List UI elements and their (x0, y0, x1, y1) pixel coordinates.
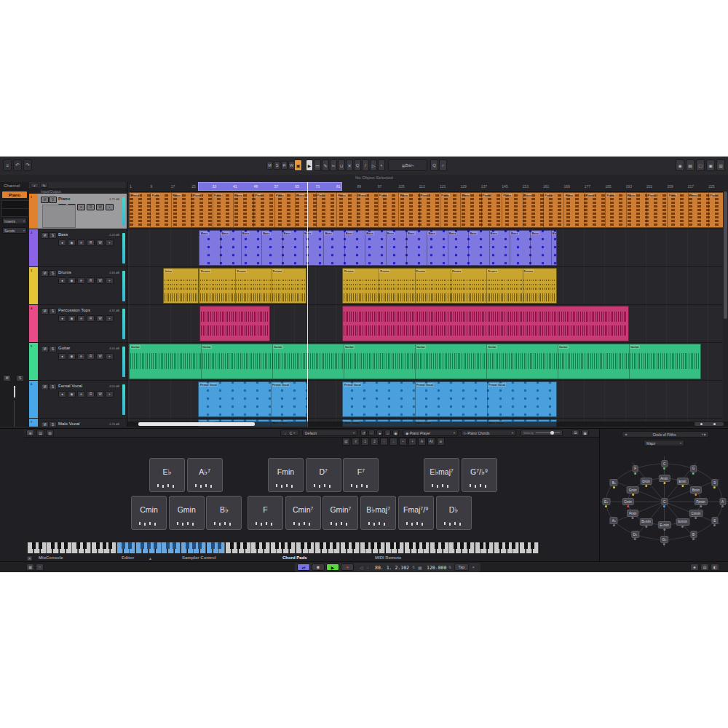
black-key[interactable] (396, 542, 400, 549)
track-button[interactable]: W (96, 240, 104, 246)
select-tool[interactable]: ▶ (306, 159, 313, 171)
black-key[interactable] (480, 542, 483, 549)
cycle-region[interactable] (198, 182, 342, 191)
player-dropdown[interactable]: ◉ Piano Player▾ (403, 430, 458, 436)
strip-solo-button[interactable]: S (16, 375, 24, 381)
black-key[interactable] (32, 542, 36, 549)
track-button[interactable]: ◉ (68, 277, 76, 284)
black-key[interactable] (51, 542, 55, 549)
circle-node-Fmin[interactable]: Fmin (627, 510, 638, 517)
track-button[interactable]: e (77, 315, 85, 322)
chord-pad-E[interactable]: E♭ (149, 458, 185, 492)
track-button[interactable]: ● (58, 315, 66, 322)
stop-button[interactable]: ■ (312, 563, 325, 571)
black-key[interactable] (96, 542, 100, 549)
zoom-tool[interactable]: Q (354, 159, 361, 171)
black-key[interactable] (64, 542, 68, 549)
track-solo-button[interactable]: S (49, 270, 57, 277)
range-tool[interactable]: ▭ (314, 159, 321, 171)
tab-sampler-control[interactable]: Sampler Control (182, 555, 216, 560)
track-button[interactable]: R (87, 315, 95, 322)
black-key[interactable] (333, 542, 336, 549)
circle-node-B[interactable]: B♭ (610, 479, 618, 486)
metronome-icon[interactable]: ▦ (418, 565, 422, 570)
black-key[interactable] (531, 542, 534, 549)
black-key[interactable] (243, 542, 247, 549)
pad-layout-icon[interactable]: ▥ (46, 430, 54, 436)
tempo-display[interactable]: 120.000 (427, 565, 446, 571)
circle-node-Emin[interactable]: Emin (676, 478, 688, 485)
play-tool[interactable]: ▷ (370, 159, 377, 171)
black-key[interactable] (173, 542, 176, 549)
clip-percussion-tops[interactable] (342, 306, 629, 341)
transpose-icon[interactable]: ↓ (389, 438, 397, 446)
black-key[interactable] (467, 542, 470, 549)
track-row[interactable]: 6MSFemal Vocal-3.55 dB●◉eRW▪ (29, 381, 127, 419)
chord-pad-D[interactable]: D⁷ (306, 458, 341, 492)
piano-keyboard[interactable] (28, 542, 539, 553)
black-key[interactable] (262, 542, 266, 549)
pan-control[interactable] (14, 386, 15, 397)
clip-femal-vocal[interactable]: Femal VocalFemal Vocal (198, 381, 307, 417)
track-mute-button[interactable]: M (41, 232, 49, 239)
black-key[interactable] (103, 542, 106, 549)
black-key[interactable] (371, 542, 374, 549)
black-key[interactable] (192, 542, 196, 549)
track-solo-button[interactable]: S (49, 422, 57, 427)
transport-right-icon[interactable]: ◈ (690, 563, 699, 571)
black-key[interactable] (198, 542, 202, 549)
grid-type-dropdown[interactable]: ⊞ Bar ▾ (388, 159, 427, 171)
timeline-ruler[interactable]: 1917253341495765738189971051131211291371… (127, 182, 728, 192)
event-display[interactable]: 1917253341495765738189971051131211291371… (127, 182, 728, 427)
track-button[interactable]: e (77, 204, 85, 210)
circle-node-Amin[interactable]: Amin (658, 475, 670, 482)
inspector-track-selector[interactable]: Piano (1, 191, 28, 199)
chord-pad-F[interactable]: F (248, 496, 283, 530)
track-solo-button[interactable]: S (49, 308, 57, 314)
circle-node-G[interactable]: G (690, 465, 697, 472)
window-layout-icon[interactable]: ◉ (676, 159, 684, 171)
tab-mixconsole[interactable]: MixConsole (39, 555, 63, 560)
menu-icon[interactable]: ≡ (3, 159, 12, 171)
tab-midi-remote[interactable]: MIDI Remote (375, 555, 401, 560)
black-key[interactable] (275, 542, 279, 549)
record-button[interactable]: ● (341, 563, 354, 571)
chord-pad-A[interactable]: A♭⁷ (187, 458, 223, 492)
spin-icon[interactable]: ⇅ (412, 565, 415, 569)
strip-mute-button[interactable]: M (3, 375, 11, 381)
instrument-picture-box[interactable] (42, 205, 76, 228)
cycle-button[interactable]: ⇄ (297, 563, 310, 571)
black-key[interactable] (122, 542, 125, 549)
chord-pad-F[interactable]: F⁷ (343, 458, 379, 492)
circle-node-Dmin[interactable]: Dmin (640, 478, 652, 485)
pad-mode-icon[interactable]: ◉ (392, 430, 399, 436)
track-mute-button[interactable]: M (41, 308, 49, 314)
clip-drums[interactable]: DrumsDrumsDrumsDrumsDrumsDrums (342, 268, 557, 304)
mute-tool[interactable]: ✕ (346, 159, 353, 171)
glue-tool[interactable]: ⊔ (338, 159, 345, 171)
track-button[interactable]: ▪ (106, 277, 114, 284)
track-row[interactable]: 7MSMale Vocal-1.70 dB●◉eRW▪ (29, 419, 127, 427)
track-row[interactable]: 5MSGuitar-3.05 dB●◉eRW▪ (29, 343, 127, 381)
chord-pad-Emaj[interactable]: E♭maj⁷ (424, 458, 459, 492)
redo-icon[interactable]: ↷ (23, 159, 32, 171)
chord-pad-G[interactable]: G⁷/♭⁹ (462, 458, 497, 492)
track-mute-button[interactable]: M (41, 384, 49, 390)
circle-node-E[interactable]: E (711, 517, 718, 524)
window-layout-icon[interactable]: ▣ (706, 159, 715, 171)
pad-mode-icon[interactable]: ◦ (368, 430, 375, 436)
black-key[interactable] (141, 542, 144, 549)
track-button[interactable]: ◉ (68, 391, 76, 397)
locate-previous-icon[interactable]: ◁ (360, 565, 363, 570)
black-key[interactable] (441, 542, 445, 549)
black-key[interactable] (256, 542, 259, 549)
black-key[interactable] (301, 542, 304, 549)
black-key[interactable] (76, 542, 80, 549)
black-key[interactable] (512, 542, 515, 549)
black-key[interactable] (83, 542, 87, 549)
transpose-icon[interactable]: A♯ (427, 438, 435, 446)
black-key[interactable] (377, 542, 381, 549)
transpose-icon[interactable]: A (418, 438, 426, 446)
track-button[interactable]: R (87, 277, 95, 284)
circle-node-center[interactable]: C (661, 498, 668, 505)
